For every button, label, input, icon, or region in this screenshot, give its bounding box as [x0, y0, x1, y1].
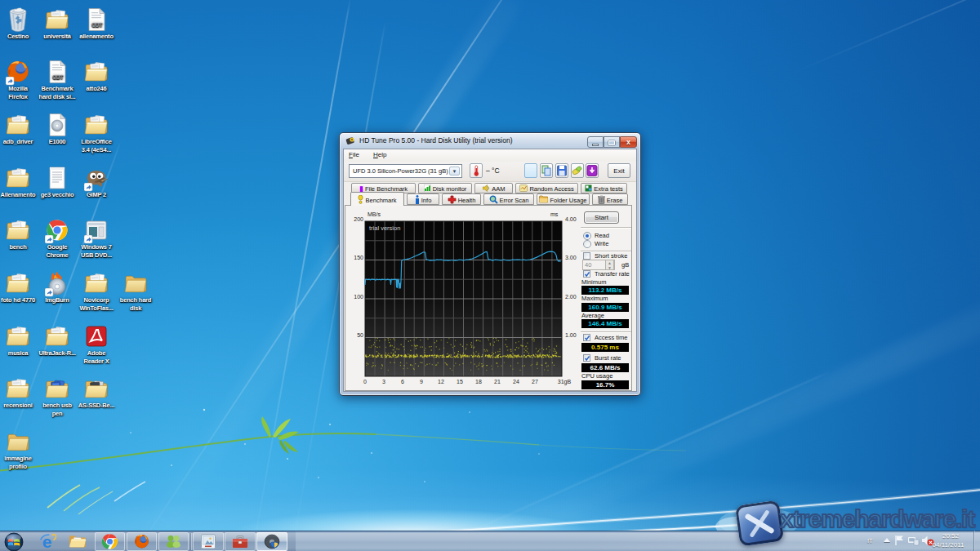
svg-text:trial version: trial version: [369, 224, 400, 232]
